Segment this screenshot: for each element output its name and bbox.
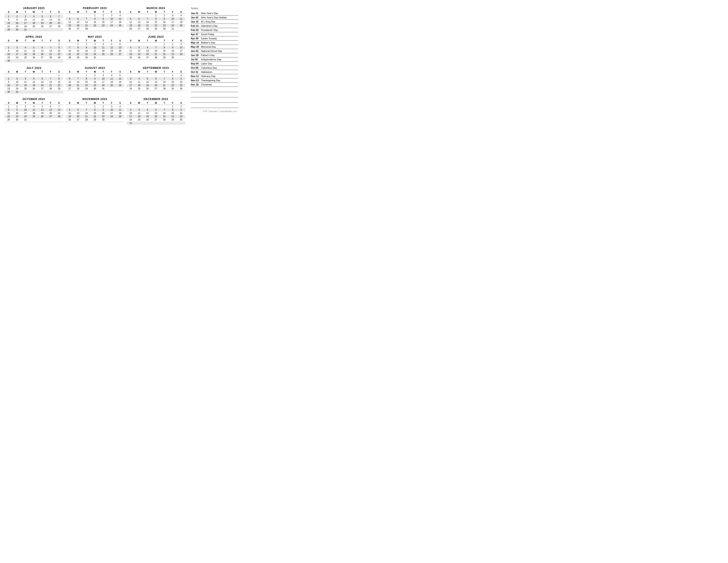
day-cell (55, 90, 63, 94)
day-cell (143, 30, 152, 31)
day-cell: 7 (66, 46, 74, 49)
day-cell: 31 (21, 118, 30, 121)
day-header: M (74, 101, 82, 105)
day-cell: 17 (177, 49, 185, 53)
month-title-2: MARCH 2023 (126, 7, 185, 10)
day-cell: 22 (4, 115, 13, 118)
day-cell (169, 90, 177, 91)
month-block-9: OCTOBER 2023SMTWTFS123456789101112131415… (4, 98, 63, 125)
day-cell: 16 (13, 111, 21, 115)
day-cell (55, 121, 63, 122)
day-cell (91, 59, 99, 60)
day-cell: 30 (160, 27, 169, 30)
holiday-name: Easter Sunday (201, 37, 217, 40)
day-cell: 6 (74, 108, 82, 111)
day-cell (66, 43, 74, 46)
page: JANUARY 2023SMTWTFS123456789101112131415… (4, 7, 238, 125)
day-cell: 19 (126, 24, 135, 27)
day-cell: 28 (55, 115, 63, 118)
month-title-8: SEPTEMBER 2023 (126, 66, 185, 70)
month-block-8: SEPTEMBER 2023SMTWTFS1234567891011121314… (126, 66, 185, 94)
day-cell: 3 (13, 46, 21, 49)
holiday-item-2: Jan 16M L King Day (191, 20, 238, 24)
day-cell: 29 (4, 118, 13, 121)
day-header: T (143, 101, 152, 105)
day-cell (152, 43, 160, 46)
holiday-item-15: Nov 11Veterans Day (191, 74, 238, 78)
day-cell: 22 (160, 53, 169, 56)
day-cell: 6 (46, 105, 55, 108)
day-cell: 10 (126, 111, 135, 115)
day-cell: 22 (91, 24, 99, 27)
month-title-6: JULY 2023 (4, 66, 63, 70)
holiday-date: Oct 31 (191, 71, 199, 73)
day-cell: 19 (66, 24, 74, 27)
day-cell: 29 (4, 28, 13, 31)
day-cell: 11 (126, 49, 135, 53)
day-cell (177, 59, 185, 60)
day-cell: 2 (4, 77, 13, 80)
day-cell: 20 (38, 84, 46, 87)
day-cell (152, 90, 160, 91)
day-cell (177, 56, 185, 59)
day-header: W (30, 39, 38, 43)
footer-wrapper: PDF Calendar © calendarlabs.com (191, 108, 238, 113)
day-cell: 20 (46, 111, 55, 115)
holiday-date: Jun 18 (191, 54, 199, 56)
day-cell: 6 (135, 17, 143, 21)
holiday-name: Christmas (201, 83, 212, 86)
holidays-container: Jan 01New Year's DayJan 02New Year's Day… (191, 11, 238, 87)
day-cell (160, 30, 169, 31)
day-header: W (30, 101, 38, 105)
day-cell (38, 121, 46, 122)
day-header: M (13, 10, 21, 14)
day-cell (143, 59, 152, 60)
holiday-date: Jan 16 (191, 20, 199, 23)
holiday-name: Columbus Day (201, 66, 217, 69)
day-header: T (21, 39, 30, 43)
day-cell (169, 121, 177, 125)
day-cell (66, 59, 74, 60)
day-cell: 8 (169, 77, 177, 80)
day-cell: 16 (99, 21, 107, 24)
notes-title: Notes (191, 7, 238, 10)
day-cell (116, 56, 124, 59)
day-header: S (116, 70, 124, 74)
day-cell: 27 (46, 25, 55, 28)
holiday-item-13: Oct 09Columbus Day (191, 66, 238, 70)
day-cell: 12 (135, 49, 143, 53)
day-cell: 15 (55, 80, 63, 84)
day-cell: 17 (99, 80, 107, 84)
day-cell: 30 (4, 90, 13, 94)
day-cell: 10 (107, 17, 116, 21)
day-header: S (4, 10, 13, 14)
day-cell: 19 (66, 115, 74, 118)
day-header: M (13, 70, 21, 74)
day-cell (66, 90, 74, 91)
day-cell: 24 (169, 24, 177, 27)
day-cell: 8 (74, 46, 82, 49)
day-cell: 27 (152, 118, 160, 121)
day-cell: 24 (99, 84, 107, 87)
holiday-name: Father's Day (201, 54, 215, 56)
day-header: T (160, 10, 169, 14)
day-cell: 20 (74, 115, 82, 118)
day-cell: 29 (169, 87, 177, 90)
day-cell (116, 87, 124, 90)
day-cell: 14 (46, 49, 55, 53)
day-cell: 14 (55, 108, 63, 111)
day-header: S (55, 70, 63, 74)
day-cell: 24 (107, 24, 116, 27)
day-cell: 4 (30, 15, 38, 18)
month-table-4: SMTWTFS123456789101112131415161718192021… (66, 39, 124, 60)
day-cell: 7 (55, 105, 63, 108)
day-cell (74, 59, 82, 60)
holiday-name: Mother's Day (201, 41, 215, 44)
day-header: S (126, 101, 135, 105)
day-cell: 11 (99, 46, 107, 49)
day-cell: 14 (160, 111, 169, 115)
blank-line-1 (191, 87, 238, 92)
day-header: T (160, 101, 169, 105)
day-cell (74, 14, 82, 17)
holiday-name: Independence Day (201, 58, 221, 61)
